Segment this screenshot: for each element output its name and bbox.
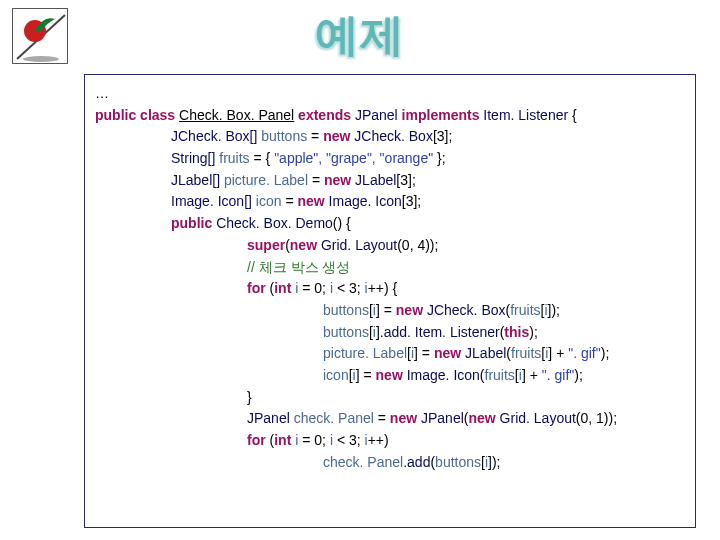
code-token: public [171, 215, 216, 231]
code-token: Check. Box. Panel [179, 107, 294, 123]
code-token: ". gif" [542, 367, 575, 383]
code-token: ". gif" [568, 345, 601, 361]
code-token: int [274, 280, 295, 296]
code-token: { [568, 107, 577, 123]
code-line: public class Check. Box. Panel extends J… [95, 105, 685, 127]
code-token: buttons [435, 454, 481, 470]
code-token: buttons [261, 128, 307, 144]
code-token: [3]; [433, 128, 452, 144]
code-token: ); [601, 345, 610, 361]
code-token: JPanel [355, 107, 398, 123]
code-token: ]); [548, 302, 560, 318]
code-token: public class [95, 107, 179, 123]
code-token: picture. Label [224, 172, 308, 188]
code-token: new [324, 172, 355, 188]
code-token: buttons [323, 302, 369, 318]
code-token: = [308, 172, 324, 188]
code-token: ] = [414, 345, 434, 361]
code-line: buttons[i] = new JCheck. Box(fruits[i]); [95, 300, 685, 322]
code-token: JLabel [465, 345, 506, 361]
header: 예제 [0, 0, 720, 72]
code-line: for (int i = 0; i < 3; i++) { [95, 278, 685, 300]
code-token: ] + [548, 345, 568, 361]
code-token: fruits [485, 367, 515, 383]
code-token: ); [529, 324, 538, 340]
code-token: new [297, 193, 328, 209]
code-token: () { [333, 215, 351, 231]
code-token: ] = [356, 367, 376, 383]
code-token: … [95, 85, 109, 101]
code-token: JLabel [355, 172, 396, 188]
code-token: Image. Icon[] [171, 193, 256, 209]
code-line: buttons[i].add. Item. Listener(this); [95, 322, 685, 344]
code-token: } [247, 389, 252, 405]
code-token: fruits [219, 150, 249, 166]
code-token: this [504, 324, 529, 340]
code-token: for [247, 280, 270, 296]
code-token: [3]; [396, 172, 415, 188]
code-token: JPanel [247, 410, 294, 426]
code-token: < 3; [333, 432, 365, 448]
code-token: JCheck. Box [427, 302, 506, 318]
code-token: ++) [368, 432, 389, 448]
code-token: = [374, 410, 390, 426]
svg-point-2 [23, 56, 59, 62]
code-token: ); [574, 367, 583, 383]
code-token: icon [323, 367, 349, 383]
java-logo [12, 8, 68, 64]
code-token: icon [256, 193, 282, 209]
code-token: = 0; [298, 432, 330, 448]
code-token: = [307, 128, 323, 144]
code-token: ]); [488, 454, 500, 470]
code-token: JLabel[] [171, 172, 224, 188]
code-token: = 0; [298, 280, 330, 296]
code-token: for [247, 432, 270, 448]
code-token: = [282, 193, 298, 209]
code-token: ] + [522, 367, 542, 383]
code-token: "apple", "grape", "orange" [274, 150, 433, 166]
code-token: (0, 4)); [397, 237, 438, 253]
code-token: Image. Icon [407, 367, 480, 383]
code-token: new [290, 237, 321, 253]
code-token: Grid. Layout [500, 410, 576, 426]
code-token: check. Panel [294, 410, 374, 426]
code-token: Item. Listener [483, 107, 568, 123]
code-token: new [434, 345, 465, 361]
code-token: Grid. Layout [321, 237, 397, 253]
code-token: add. Item. Listener [384, 324, 500, 340]
code-token: // 체크 박스 생성 [247, 259, 350, 275]
code-line: JLabel[] picture. Label = new JLabel[3]; [95, 170, 685, 192]
code-token: < 3; [333, 280, 365, 296]
code-line: … [95, 83, 685, 105]
code-line: JPanel check. Panel = new JPanel(new Gri… [95, 408, 685, 430]
code-line: super(new Grid. Layout(0, 4)); [95, 235, 685, 257]
code-token: fruits [511, 345, 541, 361]
code-line: // 체크 박스 생성 [95, 257, 685, 279]
code-token: int [274, 432, 295, 448]
code-block: …public class Check. Box. Panel extends … [84, 74, 696, 528]
code-line: Image. Icon[] icon = new Image. Icon[3]; [95, 191, 685, 213]
code-line: for (int i = 0; i < 3; i++) [95, 430, 685, 452]
code-token: picture. Label [323, 345, 407, 361]
code-token: new [390, 410, 421, 426]
code-token: JPanel [421, 410, 464, 426]
code-line: public Check. Box. Demo() { [95, 213, 685, 235]
code-token: check. Panel [323, 454, 403, 470]
code-token: Check. Box. Demo [216, 215, 333, 231]
code-token: new [376, 367, 407, 383]
code-token: }; [433, 150, 445, 166]
code-token: buttons [323, 324, 369, 340]
code-token: new [468, 410, 499, 426]
code-line: JCheck. Box[] buttons = new JCheck. Box[… [95, 126, 685, 148]
code-token: new [323, 128, 354, 144]
code-token: = { [250, 150, 275, 166]
code-token: ++) { [368, 280, 398, 296]
code-token: ]. [376, 324, 384, 340]
code-line: } [95, 387, 685, 409]
code-line: check. Panel.add(buttons[i]); [95, 452, 685, 474]
slide-title: 예제 [315, 6, 405, 65]
code-token: Image. Icon [329, 193, 402, 209]
code-token: String[] [171, 150, 219, 166]
code-token: implements [398, 107, 484, 123]
code-line: picture. Label[i] = new JLabel(fruits[i]… [95, 343, 685, 365]
